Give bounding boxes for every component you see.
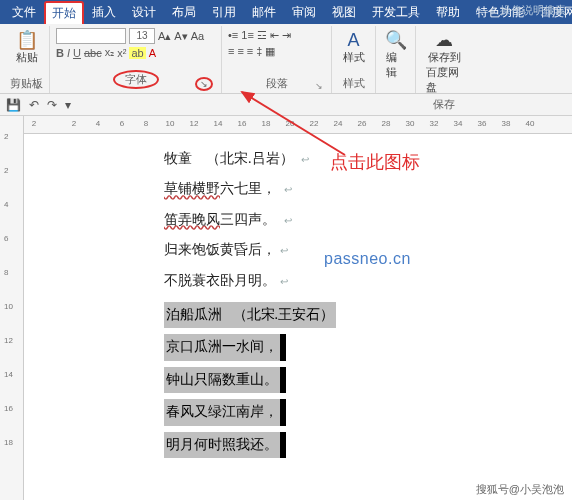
poem2-line3: 春风又绿江南岸， <box>164 399 280 425</box>
poem1-line1: 草铺横野六七里， <box>164 178 572 200</box>
qat-redo-icon[interactable]: ↷ <box>47 98 57 112</box>
save-group-label: 保存 <box>422 97 466 114</box>
align-left-icon[interactable]: ≡ <box>228 44 234 58</box>
subscript-button[interactable]: x₂ <box>105 46 115 59</box>
multilevel-icon[interactable]: ☲ <box>257 28 267 42</box>
paste-button[interactable]: 📋 粘贴 <box>10 28 43 67</box>
poem1-line4: 不脱蓑衣卧月明。 <box>164 270 572 292</box>
poem1: 牧童 （北宋.吕岩） 草铺横野六七里， 笛弄晚风三四声。 归来饱饭黄昏后， 不脱… <box>164 148 572 464</box>
poem2-line2: 钟山只隔数重山。 <box>164 367 280 393</box>
font-color-button[interactable]: A <box>149 47 156 59</box>
tab-view[interactable]: 视图 <box>324 0 364 25</box>
poem2-line1: 京口瓜洲一水间， <box>164 334 280 360</box>
tab-mailings[interactable]: 邮件 <box>244 0 284 25</box>
group-paragraph: •≡ 1≡ ☲ ⇤ ⇥ ≡ ≡ ≡ ‡ ▦ 段落 ↘ <box>222 26 332 93</box>
styles-label: 样式 <box>343 50 365 65</box>
lightbulb-icon: ♀ <box>488 5 496 17</box>
tab-insert[interactable]: 插入 <box>84 0 124 25</box>
tab-help[interactable]: 帮助 <box>428 0 468 25</box>
qat-undo-icon[interactable]: ↶ <box>29 98 39 112</box>
superscript-button[interactable]: x² <box>117 47 126 59</box>
align-center-icon[interactable]: ≡ <box>237 44 243 58</box>
line-spacing-icon[interactable]: ‡ <box>256 44 262 58</box>
font-name-combo[interactable] <box>56 28 126 44</box>
bold-button[interactable]: B <box>56 47 64 59</box>
numbering-icon[interactable]: 1≡ <box>241 28 254 42</box>
horizontal-ruler[interactable]: 2 2 4 6 8 10 12 14 16 18 20 22 24 26 28 … <box>24 116 572 134</box>
clipboard-icon: 📋 <box>16 30 38 50</box>
editing-label: 编辑 <box>386 50 405 80</box>
font-dialog-launcher-icon[interactable]: ↘ <box>195 77 213 91</box>
group-editing: 🔍 编辑 <box>376 26 416 93</box>
tell-me-search[interactable]: ♀ 操作说明搜索 <box>488 3 566 18</box>
font-size-combo[interactable]: 13 <box>129 28 155 44</box>
qat-dropdown-icon[interactable]: ▾ <box>65 98 71 112</box>
styles-button[interactable]: A 样式 <box>338 28 369 67</box>
poem2-selection: 泊船瓜洲 （北宋.王安石） 京口瓜洲一水间， 钟山只隔数重山。 春风又绿江南岸，… <box>164 302 572 464</box>
group-save: ☁ 保存到 百度网盘 保存 <box>416 26 472 93</box>
styles-icon: A <box>347 30 359 50</box>
group-styles: A 样式 样式 <box>332 26 376 93</box>
grow-font-icon[interactable]: A▴ <box>158 29 171 43</box>
menu-bar: 文件 开始 插入 设计 布局 引用 邮件 审阅 视图 开发工具 帮助 特色功能 … <box>0 0 572 24</box>
tab-review[interactable]: 审阅 <box>284 0 324 25</box>
tab-references[interactable]: 引用 <box>204 0 244 25</box>
indent-dec-icon[interactable]: ⇤ <box>270 28 279 42</box>
tab-layout[interactable]: 布局 <box>164 0 204 25</box>
indent-inc-icon[interactable]: ⇥ <box>282 28 291 42</box>
underline-button[interactable]: U <box>73 47 81 59</box>
tell-me-label: 操作说明搜索 <box>500 3 566 18</box>
tab-home[interactable]: 开始 <box>44 1 84 24</box>
document-page[interactable]: 牧童 （北宋.吕岩） 草铺横野六七里， 笛弄晚风三四声。 归来饱饭黄昏后， 不脱… <box>24 134 572 500</box>
find-icon: 🔍 <box>385 30 407 50</box>
save-label-2: 百度网盘 <box>426 65 462 95</box>
styles-group-label: 样式 <box>338 76 369 93</box>
poem1-line2: 笛弄晚风三四声。 <box>164 209 572 231</box>
paragraph-launcher-icon[interactable]: ↘ <box>315 81 323 91</box>
paste-label: 粘贴 <box>16 50 38 65</box>
group-clipboard: 📋 粘贴 剪贴板 ↘ <box>4 26 50 93</box>
editing-button[interactable]: 🔍 编辑 <box>382 28 409 82</box>
shading-icon[interactable]: ▦ <box>265 44 275 58</box>
bullets-icon[interactable]: •≡ <box>228 28 238 42</box>
tab-design[interactable]: 设计 <box>124 0 164 25</box>
qat-save-icon[interactable]: 💾 <box>6 98 21 112</box>
shrink-font-icon[interactable]: A▾ <box>174 29 187 43</box>
clipboard-group-label: 剪贴板 ↘ <box>10 76 43 93</box>
group-font: 13 A▴ A▾ Aa B I U abc x₂ x² ab A 字体 ↘ <box>50 26 222 93</box>
cloud-save-icon: ☁ <box>435 30 453 50</box>
align-right-icon[interactable]: ≡ <box>247 44 253 58</box>
strike-button[interactable]: abc <box>84 47 102 59</box>
clipboard-launcher-icon[interactable]: ↘ <box>33 81 41 91</box>
highlight-button[interactable]: ab <box>129 47 145 59</box>
poem2-title: 泊船瓜洲 （北宋.王安石） <box>164 302 336 328</box>
ribbon: 📋 粘贴 剪贴板 ↘ 13 A▴ A▾ Aa B I U abc x₂ x² <box>0 24 572 94</box>
save-label-1: 保存到 <box>428 50 461 65</box>
tab-file[interactable]: 文件 <box>4 0 44 25</box>
font-group-label: 字体 <box>113 70 159 89</box>
vertical-ruler[interactable]: 2 2 4 6 8 10 12 14 16 18 <box>0 116 24 500</box>
credit-label: 搜狐号@小吴泡泡 <box>472 481 568 498</box>
annotation-text: 点击此图标 <box>330 150 420 174</box>
tab-devtools[interactable]: 开发工具 <box>364 0 428 25</box>
clear-format-icon[interactable]: Aa <box>191 29 204 43</box>
italic-button[interactable]: I <box>67 47 70 59</box>
paragraph-group-label: 段落 ↘ <box>228 76 325 93</box>
workspace: 2 2 4 6 8 10 12 14 16 18 2 2 4 6 8 10 12… <box>0 116 572 500</box>
quick-access-toolbar: 💾 ↶ ↷ ▾ <box>0 94 572 116</box>
save-baidu-button[interactable]: ☁ 保存到 百度网盘 <box>422 28 466 97</box>
watermark-text: passneo.cn <box>324 250 411 268</box>
poem2-line4: 明月何时照我还。 <box>164 432 280 458</box>
